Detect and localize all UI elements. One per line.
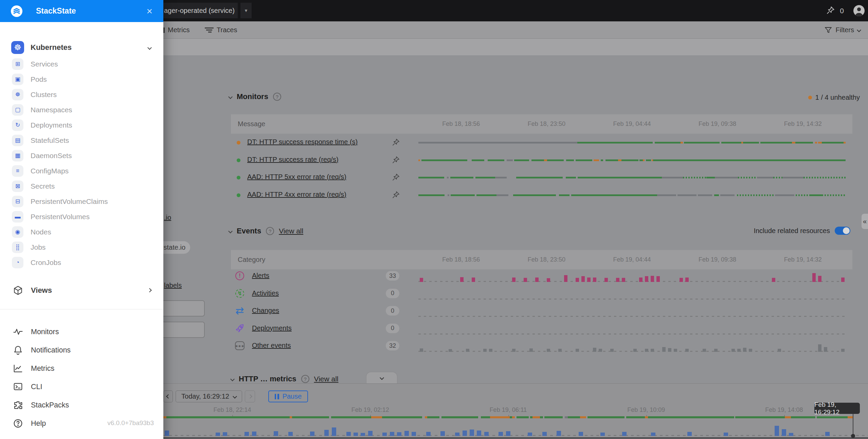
- event-bars-chart[interactable]: [418, 323, 846, 335]
- sidebar-item-clusters[interactable]: ☸Clusters: [0, 87, 163, 102]
- event-category-link[interactable]: Activities: [252, 289, 279, 297]
- pin-monitor-icon[interactable]: [392, 191, 400, 200]
- pause-button[interactable]: Pause: [268, 390, 308, 402]
- sidebar-item-secrets[interactable]: ⊠Secrets: [0, 178, 163, 194]
- collapse-panel-tab[interactable]: [366, 372, 397, 383]
- pin-monitor-icon[interactable]: [392, 173, 400, 183]
- timeline-cursor[interactable]: [853, 414, 853, 436]
- expand-right-panel-handle[interactable]: «: [862, 214, 868, 229]
- activity-category-icon: ↯: [235, 288, 245, 299]
- filter-input-2[interactable]: [159, 322, 205, 338]
- labels-link[interactable]: labels: [164, 282, 182, 289]
- collapse-events-chevron-icon[interactable]: [228, 229, 233, 233]
- sidebar-item-cronjobs[interactable]: ◔CronJobs: [0, 255, 163, 270]
- time-picker-button[interactable]: Today, 16:29:12: [176, 390, 242, 402]
- event-bars-chart[interactable]: [418, 305, 846, 317]
- monitor-health-timeline[interactable]: [418, 142, 846, 144]
- app-version: v6.0.0+7ba93b3: [107, 419, 154, 427]
- events-help-icon[interactable]: ?: [266, 227, 274, 235]
- timeline-health-strip[interactable]: [163, 416, 853, 418]
- monitor-link[interactable]: DT: HTTP success response time (s): [247, 138, 358, 146]
- traces-icon: [205, 26, 214, 34]
- sidebar-item-cli[interactable]: CLI: [0, 378, 163, 396]
- collapse-http-chevron-icon[interactable]: [230, 377, 235, 381]
- http-view-all-link[interactable]: View all: [314, 375, 339, 383]
- include-related-toggle[interactable]: [835, 227, 850, 235]
- event-bars-chart[interactable]: [418, 340, 846, 352]
- sidebar-item-daemonsets[interactable]: ▦DaemonSets: [0, 148, 163, 163]
- timeline-histogram[interactable]: [163, 419, 868, 436]
- event-count-badge: 32: [386, 341, 399, 350]
- close-drawer-icon[interactable]: ×: [146, 0, 152, 22]
- persistentvolumeclaims-icon: ⊟: [12, 196, 23, 207]
- timeline-cursor-dot[interactable]: [851, 434, 855, 438]
- monitor-health-timeline[interactable]: [418, 194, 846, 196]
- pin-monitor-icon[interactable]: [392, 156, 400, 165]
- sidebar-item-deployments[interactable]: ↻Deployments: [0, 117, 163, 133]
- sidebar-item-statefulsets[interactable]: ▤StatefulSets: [0, 133, 163, 148]
- stackstate-app: ager-operated (service) ▾ 0 Metrics Trac…: [0, 0, 868, 439]
- puzzle-icon: [12, 399, 24, 411]
- monitor-row: DT: HTTP success response time (s): [220, 134, 859, 151]
- event-category-link[interactable]: Changes: [252, 307, 279, 314]
- event-bars-chart[interactable]: [418, 270, 846, 282]
- sidebar-item-configmaps[interactable]: ≡ConfigMaps: [0, 163, 163, 178]
- tab-metrics[interactable]: Metrics: [168, 21, 189, 39]
- filter-input-1[interactable]: [159, 300, 205, 317]
- monitor-link[interactable]: DT: HTTP success rate (req/s): [247, 156, 339, 164]
- sidebar-item-jobs[interactable]: ⣿Jobs: [0, 240, 163, 255]
- http-metrics-help-icon[interactable]: ?: [301, 375, 309, 383]
- monitors-title: Monitors: [237, 92, 268, 101]
- monitor-row: AAD: HTTP 5xx error rate (req/s): [220, 169, 859, 186]
- statefulsets-icon: ▤: [12, 135, 23, 146]
- event-bars-chart[interactable]: [418, 288, 846, 300]
- sidebar-item-notifications[interactable]: Notifications: [0, 341, 163, 359]
- sidebar-item-pods[interactable]: ▣Pods: [0, 72, 163, 87]
- timestamp-label: Feb 18, 22:14: [163, 405, 301, 415]
- monitor-health-timeline[interactable]: [418, 177, 846, 178]
- funnel-icon: [824, 26, 832, 34]
- filters-button[interactable]: Filters: [824, 21, 861, 39]
- monitors-help-icon[interactable]: ?: [273, 93, 281, 101]
- tab-traces[interactable]: Traces: [205, 21, 237, 39]
- pin-icon[interactable]: [826, 6, 835, 16]
- collapse-monitors-chevron-icon[interactable]: [228, 95, 233, 99]
- sidebar-item-nodes[interactable]: ◉Nodes: [0, 224, 163, 240]
- time-cursor-tooltip: Feb 19, 16:29:12: [814, 403, 860, 414]
- pin-monitor-icon[interactable]: [392, 138, 400, 148]
- sidebar-item-kubernetes[interactable]: ☸ Kubernetes: [0, 40, 163, 55]
- views-expand-chevron-icon[interactable]: [147, 288, 152, 292]
- url-fragment-link[interactable]: .io: [164, 214, 171, 222]
- user-avatar-icon[interactable]: [853, 5, 865, 16]
- timestamp-label: Feb 19, 04:44: [589, 114, 675, 134]
- sidebar-item-monitors[interactable]: Monitors: [0, 323, 163, 341]
- sidebar-item-services[interactable]: ⊞Services: [0, 56, 163, 72]
- kubernetes-collapse-chevron-icon[interactable]: [147, 45, 152, 50]
- views-cube-icon: [12, 285, 24, 296]
- view-title-dropdown[interactable]: ager-operated (service): [163, 3, 238, 18]
- event-category-row: ⇄Changes0: [220, 302, 859, 320]
- event-category-link[interactable]: Other events: [252, 342, 291, 349]
- sidebar-item-namespaces[interactable]: ▢Namespaces: [0, 102, 163, 117]
- timestamp-label: Feb 18, 18:56: [418, 250, 504, 269]
- timestamp-label: Feb 19, 10:09: [577, 405, 715, 415]
- monitor-health-timeline[interactable]: [418, 159, 846, 161]
- monitor-link[interactable]: AAD: HTTP 4xx error rate (req/s): [247, 191, 346, 198]
- events-view-all-link[interactable]: View all: [279, 227, 303, 235]
- sidebar-item-views[interactable]: Views: [0, 283, 163, 298]
- sidebar-item-persistentvolumes[interactable]: ▬PersistentVolumes: [0, 209, 163, 224]
- view-title-caret[interactable]: ▾: [240, 3, 252, 18]
- pin-count: 0: [840, 7, 844, 15]
- event-count-badge: 0: [386, 324, 399, 333]
- time-back-button[interactable]: [163, 390, 173, 402]
- sidebar-item-stackpacks[interactable]: StackPacks: [0, 396, 163, 414]
- kubernetes-icon: ☸: [11, 41, 24, 54]
- time-forward-button[interactable]: [245, 390, 255, 402]
- monitor-link[interactable]: AAD: HTTP 5xx error rate (req/s): [247, 173, 346, 181]
- event-category-link[interactable]: Deployments: [252, 324, 292, 332]
- event-category-link[interactable]: Alerts: [252, 272, 269, 280]
- sidebar-item-metrics[interactable]: Metrics: [0, 359, 163, 378]
- monitor-status-dot-icon: [237, 158, 240, 162]
- sidebar-item-persistentvolumeclaims[interactable]: ⊟PersistentVolumeClaims: [0, 194, 163, 209]
- nodes-icon: ◉: [12, 226, 23, 238]
